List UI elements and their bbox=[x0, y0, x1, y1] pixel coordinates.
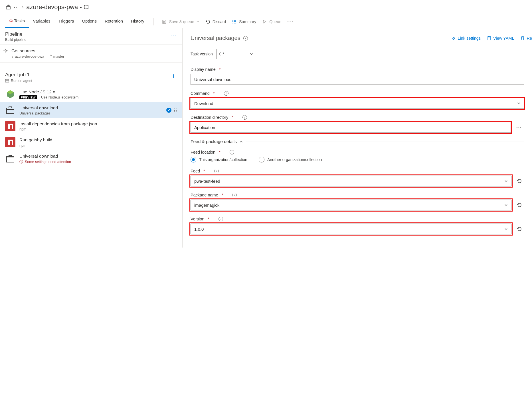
pipeline-title: Pipeline bbox=[5, 31, 26, 37]
toolbar-label: Queue bbox=[269, 19, 281, 24]
pipeline-header[interactable]: Pipeline Build pipeline ⋯ bbox=[0, 28, 182, 45]
section-title: Feed & package details bbox=[191, 139, 237, 144]
undo-icon bbox=[205, 19, 210, 24]
link-settings-button[interactable]: Link settings bbox=[452, 36, 481, 41]
task-subtitle: Universal packages bbox=[19, 111, 58, 115]
radio-label: Another organization/collection bbox=[267, 157, 322, 162]
chevron-down-icon bbox=[504, 227, 508, 231]
tab-tasks[interactable]: ①Tasks bbox=[5, 15, 29, 28]
required-indicator: * bbox=[232, 115, 233, 120]
info-icon[interactable]: i bbox=[214, 169, 219, 173]
chevron-down-icon bbox=[504, 179, 508, 183]
field-label: Feed bbox=[191, 169, 200, 173]
task-title: Universal download bbox=[19, 105, 58, 111]
summary-button[interactable]: Summary bbox=[229, 17, 259, 26]
breadcrumb-more[interactable]: ⋯ bbox=[14, 4, 19, 10]
save-icon bbox=[162, 19, 167, 24]
svg-rect-0 bbox=[6, 7, 10, 9]
input[interactable] bbox=[194, 125, 507, 130]
select-value: imagemagick bbox=[194, 203, 504, 208]
task-row[interactable]: Universal download Universal packages bbox=[0, 102, 182, 118]
get-sources[interactable]: Get sources ⬨azure-devops-pwa ᛘmaster bbox=[0, 45, 182, 63]
project-icon[interactable] bbox=[6, 5, 11, 10]
field-label: Version bbox=[191, 217, 204, 221]
task-row[interactable]: Universal download ⓘ Some settings need … bbox=[0, 150, 182, 167]
browse-button[interactable]: ⋯ bbox=[514, 124, 524, 131]
task-detail-panel: Universal packages i Link settings View … bbox=[183, 28, 532, 248]
tab-variables[interactable]: Variables bbox=[29, 16, 54, 28]
toolbar-label: Summary bbox=[239, 19, 256, 24]
package-icon bbox=[5, 105, 15, 115]
chevron-down-icon bbox=[250, 52, 253, 56]
pipeline-more[interactable]: ⋯ bbox=[171, 31, 177, 38]
radio-other-org[interactable]: Another organization/collection bbox=[259, 157, 322, 162]
get-sources-title: Get sources bbox=[11, 48, 64, 53]
play-icon bbox=[262, 19, 267, 24]
required-indicator: * bbox=[222, 193, 223, 197]
task-row[interactable]: Run gatsby build npm bbox=[0, 134, 182, 150]
add-task-button[interactable]: + bbox=[170, 72, 177, 80]
sources-icon bbox=[3, 48, 9, 53]
task-title: Run gatsby build bbox=[19, 137, 52, 143]
refresh-button[interactable] bbox=[515, 176, 524, 186]
list-icon bbox=[232, 19, 237, 24]
package-select[interactable]: imagemagick bbox=[191, 200, 511, 210]
svg-rect-2 bbox=[5, 81, 9, 82]
tab-options[interactable]: Options bbox=[78, 16, 101, 28]
toolbar-more[interactable]: ⋯ bbox=[284, 17, 296, 27]
info-icon[interactable]: i bbox=[219, 217, 223, 221]
tab-retention[interactable]: Retention bbox=[101, 16, 127, 28]
info-icon[interactable]: i bbox=[232, 193, 237, 197]
discard-button[interactable]: Discard bbox=[202, 17, 229, 26]
task-subtitle: Use Node.js ecosystem bbox=[41, 95, 78, 99]
task-subtitle: npm bbox=[19, 144, 52, 148]
radio-this-org[interactable]: This organization/collection bbox=[191, 157, 247, 162]
destination-input[interactable] bbox=[191, 122, 511, 133]
info-icon[interactable]: i bbox=[243, 36, 248, 41]
chevron-down-icon bbox=[517, 102, 520, 105]
agent-job-subtitle: Run on agent bbox=[11, 79, 32, 83]
clipboard-icon bbox=[487, 36, 491, 41]
node-icon bbox=[5, 89, 15, 99]
remove-button[interactable]: Re bbox=[520, 36, 532, 41]
feed-select[interactable]: pwa-test-feed bbox=[191, 176, 511, 186]
radio-label: This organization/collection bbox=[199, 157, 247, 162]
task-error: ⓘ Some settings need attention bbox=[19, 160, 71, 164]
required-indicator: * bbox=[219, 150, 221, 154]
refresh-button[interactable] bbox=[515, 200, 524, 210]
input[interactable] bbox=[194, 77, 520, 82]
preview-badge: PREVIEW bbox=[19, 95, 37, 99]
chevron-down-icon bbox=[197, 20, 199, 23]
task-subtitle: npm bbox=[19, 127, 97, 131]
info-icon[interactable]: i bbox=[224, 91, 228, 96]
chevron-down-icon bbox=[504, 203, 508, 207]
tab-triggers[interactable]: Triggers bbox=[54, 16, 78, 28]
command-select[interactable]: Download bbox=[191, 98, 524, 109]
npm-icon bbox=[5, 121, 15, 131]
tab-label: Options bbox=[82, 19, 97, 23]
task-version-select[interactable]: 0.* bbox=[216, 49, 256, 59]
save-queue-button[interactable]: Save & queue bbox=[159, 17, 202, 26]
server-icon bbox=[5, 79, 9, 83]
tab-history[interactable]: History bbox=[127, 16, 148, 28]
svg-rect-8 bbox=[7, 156, 14, 162]
queue-button[interactable]: Queue bbox=[259, 17, 284, 26]
view-yaml-button[interactable]: View YAML bbox=[487, 36, 514, 41]
task-row[interactable]: Install dependencies from package.json n… bbox=[0, 118, 182, 134]
panel-title: Universal packages bbox=[191, 35, 240, 41]
chevron-right-icon: › bbox=[22, 5, 23, 10]
task-row[interactable]: Use Node.JS 12.x PREVIEWUse Node.js ecos… bbox=[0, 86, 182, 102]
version-select[interactable]: 1.0.0 bbox=[191, 224, 511, 234]
display-name-input[interactable] bbox=[191, 74, 524, 85]
select-value: pwa-test-feed bbox=[194, 179, 504, 184]
refresh-button[interactable] bbox=[515, 224, 524, 234]
link-label: View YAML bbox=[493, 36, 514, 41]
agent-job[interactable]: Agent job 1 Run on agent + bbox=[0, 68, 182, 86]
svg-rect-3 bbox=[7, 108, 14, 114]
drag-handle[interactable] bbox=[174, 108, 177, 112]
info-icon[interactable]: i bbox=[230, 150, 234, 154]
section-header[interactable]: Feed & package details bbox=[191, 139, 532, 144]
info-icon[interactable]: i bbox=[242, 115, 247, 120]
divider bbox=[246, 142, 524, 142]
field-label: Package name bbox=[191, 193, 218, 197]
